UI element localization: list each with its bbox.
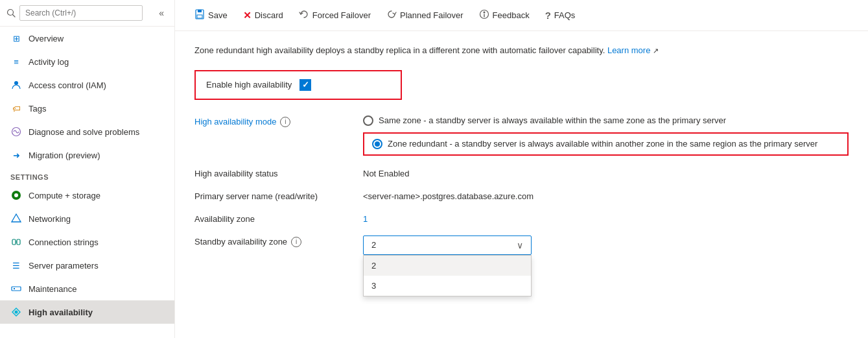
chevron-down-icon: ∨ (517, 240, 523, 250)
dropdown-selected-value: 2 (371, 240, 376, 250)
diagnose-icon (10, 126, 22, 138)
description-text: Zone redundant high availability deploys… (194, 44, 849, 57)
faqs-button[interactable]: ? FAQs (539, 6, 582, 25)
standby-zone-label: Standby availability zone i (194, 235, 363, 247)
svg-rect-10 (12, 287, 21, 291)
standby-zone-dropdown-menu: 2 3 (363, 255, 532, 296)
sidebar-item-diagnose[interactable]: Diagnose and solve problems (0, 120, 174, 143)
migration-icon: ➜ (10, 149, 22, 161)
sidebar-item-label: Overview (29, 34, 64, 43)
planned-failover-icon (386, 9, 397, 21)
sidebar-item-activity-log[interactable]: ≡ Activity log (0, 50, 174, 73)
sidebar-item-networking[interactable]: Networking (0, 207, 174, 230)
feedback-button[interactable]: Feedback (473, 5, 536, 25)
zone-redundant-radio[interactable] (372, 139, 382, 149)
sidebar-item-maintenance[interactable]: Maintenance (0, 277, 174, 300)
sidebar-item-label: Networking (29, 214, 71, 224)
discard-label: Discard (255, 10, 283, 20)
zone-redundant-label: Zone redundant - a standby server is alw… (388, 139, 817, 149)
maintenance-icon (10, 283, 22, 295)
sidebar-item-migration[interactable]: ➜ Migration (preview) (0, 143, 174, 167)
sidebar-item-label: Activity log (29, 57, 69, 67)
sidebar-item-server-parameters[interactable]: ☰ Server parameters (0, 254, 174, 277)
tags-icon: 🏷 (10, 103, 22, 114)
sidebar-item-label: Connection strings (29, 237, 99, 247)
sidebar-item-tags[interactable]: 🏷 Tags (0, 97, 174, 120)
standby-zone-dropdown[interactable]: 2 ∨ (363, 235, 532, 255)
activity-log-icon: ≡ (10, 56, 22, 67)
external-link-icon: ↗ (653, 47, 659, 54)
standby-zone-info-icon[interactable]: i (291, 237, 301, 247)
svg-rect-15 (197, 15, 202, 18)
ha-status-label: High availability status (194, 167, 363, 178)
feedback-icon (479, 9, 489, 21)
same-zone-radio-row[interactable]: Same zone - a standby server is always a… (363, 115, 849, 126)
server-parameters-icon: ☰ (10, 260, 22, 271)
forced-failover-icon (299, 9, 309, 21)
feedback-label: Feedback (493, 10, 530, 20)
enable-ha-box: Enable high availability (194, 70, 402, 100)
same-zone-label: Same zone - a standby server is always a… (379, 115, 726, 125)
svg-point-5 (14, 193, 18, 197)
sidebar: « ⊞ Overview ≡ Activity log Access contr… (0, 0, 175, 338)
main-content: Save ✕ Discard Forced Failover Planned F… (175, 0, 868, 338)
faqs-label: FAQs (554, 10, 576, 20)
primary-server-row: Primary server name (read/write) <server… (194, 190, 849, 201)
ha-status-value: Not Enabled (363, 167, 849, 178)
availability-zone-row: Availability zone 1 (194, 213, 849, 224)
ha-mode-info-icon[interactable]: i (280, 117, 290, 127)
availability-zone-value: 1 (363, 213, 849, 224)
faqs-icon: ? (545, 10, 551, 21)
save-icon (194, 9, 205, 21)
sidebar-item-label: Server parameters (29, 261, 99, 271)
sidebar-item-label: Access control (IAM) (29, 80, 106, 90)
sidebar-item-overview[interactable]: ⊞ Overview (0, 27, 174, 50)
sidebar-item-label: Migration (preview) (29, 151, 100, 160)
svg-rect-14 (198, 10, 202, 12)
search-icon (6, 8, 16, 18)
toolbar: Save ✕ Discard Forced Failover Planned F… (175, 0, 868, 31)
high-availability-icon (10, 306, 22, 318)
sidebar-item-label: Compute + storage (29, 191, 100, 200)
svg-rect-7 (12, 239, 16, 245)
sidebar-search-container: « (0, 0, 174, 27)
same-zone-radio[interactable] (363, 115, 373, 126)
compute-storage-icon (10, 189, 22, 201)
zone-redundant-radio-row[interactable]: Zone redundant - a standby server is alw… (363, 132, 849, 156)
sidebar-item-label: High availability (29, 308, 93, 317)
forced-failover-button[interactable]: Forced Failover (292, 5, 377, 25)
connection-strings-icon (10, 236, 22, 248)
planned-failover-button[interactable]: Planned Failover (380, 5, 470, 25)
svg-point-12 (15, 311, 18, 314)
sidebar-collapse-button[interactable]: « (155, 6, 168, 19)
forced-failover-label: Forced Failover (312, 10, 371, 20)
save-button[interactable]: Save (188, 5, 234, 25)
dropdown-option-3[interactable]: 3 (364, 276, 531, 296)
learn-more-link[interactable]: Learn more (607, 45, 650, 55)
ha-status-row: High availability status Not Enabled (194, 167, 849, 178)
settings-section-label: Settings (0, 167, 174, 184)
dropdown-option-2[interactable]: 2 (364, 256, 531, 276)
sidebar-item-high-availability[interactable]: High availability (0, 300, 174, 324)
planned-failover-label: Planned Failover (400, 10, 463, 20)
svg-point-2 (14, 81, 18, 85)
discard-button[interactable]: ✕ Discard (237, 6, 290, 25)
page-body: Zone redundant high availability deploys… (175, 31, 868, 338)
svg-rect-11 (14, 288, 15, 289)
sidebar-item-connection-strings[interactable]: Connection strings (0, 230, 174, 254)
enable-ha-checkbox[interactable] (299, 79, 311, 91)
sidebar-item-access-control[interactable]: Access control (IAM) (0, 73, 174, 97)
form-section: High availability mode i Same zone - a s… (194, 115, 849, 255)
sidebar-item-label: Tags (29, 104, 46, 114)
svg-point-17 (483, 12, 485, 14)
sidebar-item-label: Diagnose and solve problems (29, 127, 139, 137)
search-input[interactable] (19, 5, 143, 21)
standby-zone-dropdown-container: 2 ∨ 2 3 (363, 235, 532, 255)
sidebar-item-label: Maintenance (29, 284, 76, 294)
primary-server-label: Primary server name (read/write) (194, 190, 363, 201)
primary-server-value: <server-name>.postgres.database.azure.co… (363, 190, 849, 201)
radio-options: Same zone - a standby server is always a… (363, 115, 849, 156)
enable-ha-label: Enable high availability (206, 80, 292, 90)
svg-marker-6 (12, 214, 21, 222)
sidebar-item-compute-storage[interactable]: Compute + storage (0, 184, 174, 207)
